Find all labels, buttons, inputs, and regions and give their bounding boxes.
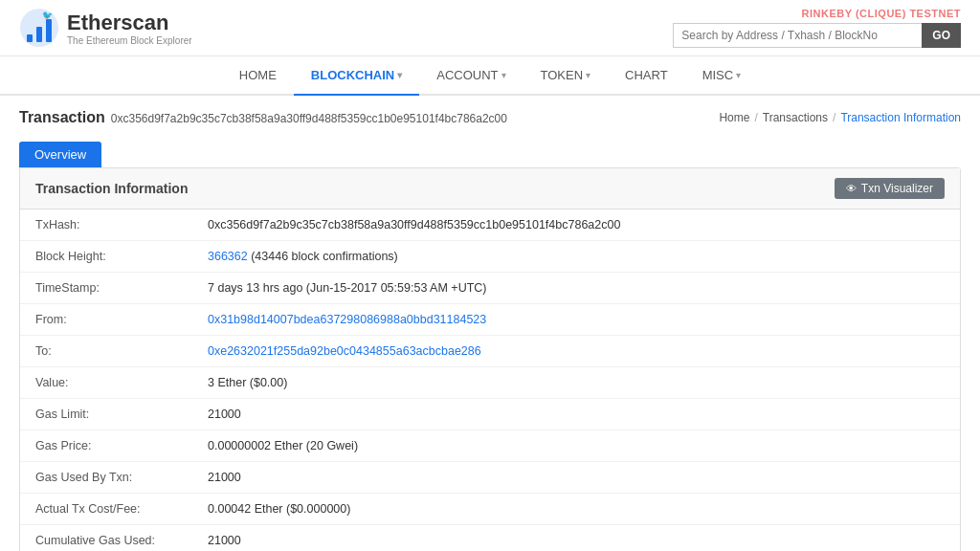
txn-visualizer-button[interactable]: 👁 Txn Visualizer — [835, 178, 945, 199]
table-row: TimeStamp: 7 days 13 hrs ago (Jun-15-201… — [20, 273, 960, 304]
page-header: Transaction 0xc356d9f7a2b9c35c7cb38f58a9… — [0, 96, 980, 132]
token-chevron-icon: ▾ — [586, 70, 590, 80]
actual-cost-label: Actual Tx Cost/Fee: — [20, 494, 192, 525]
header-right: RINKEBY (CLIQUE) TESTNET GO — [673, 8, 961, 48]
breadcrumb-sep-1: / — [754, 111, 757, 124]
from-address-link[interactable]: 0x31b98d14007bdea637298086988a0bbd311845… — [208, 313, 486, 326]
table-row: From: 0x31b98d14007bdea637298086988a0bbd… — [20, 304, 960, 336]
nav-item-chart[interactable]: CHART — [608, 56, 685, 96]
nav-item-token[interactable]: TOKEN ▾ — [523, 56, 609, 96]
block-height-value: 366362 (43446 block confirmations) — [192, 241, 960, 273]
tab-bar: Overview — [19, 142, 961, 167]
table-row: Actual Tx Cost/Fee: 0.00042 Ether ($0.00… — [20, 494, 960, 525]
table-row: TxHash: 0xc356d9f7a2b9c35c7cb38f58a9a30f… — [20, 209, 960, 241]
breadcrumb-home[interactable]: Home — [719, 111, 749, 124]
gas-used-label: Gas Used By Txn: — [20, 462, 192, 494]
gas-price-value: 0.00000002 Ether (20 Gwei) — [192, 430, 960, 462]
table-row: Gas Used By Txn: 21000 — [20, 462, 960, 494]
gas-price-label: Gas Price: — [20, 430, 192, 462]
breadcrumb: Home / Transactions / Transaction Inform… — [719, 111, 961, 124]
breadcrumb-current: Transaction Information — [840, 111, 961, 124]
blockchain-chevron-icon: ▾ — [397, 70, 402, 80]
search-button[interactable]: GO — [922, 23, 961, 48]
to-address-link[interactable]: 0xe2632021f255da92be0c0434855a63acbcbae2… — [208, 344, 481, 358]
table-row: Gas Price: 0.00000002 Ether (20 Gwei) — [20, 430, 960, 462]
nav-item-home[interactable]: HOME — [222, 56, 294, 96]
to-value: 0xe2632021f255da92be0c0434855a63acbcbae2… — [192, 336, 960, 367]
table-row: Block Height: 366362 (43446 block confir… — [20, 241, 960, 273]
txhash-value: 0xc356d9f7a2b9c35c7cb38f58a9a30ff9d488f5… — [192, 209, 960, 241]
logo-subtitle: The Ethereum Block Explorer — [67, 35, 192, 46]
nav-item-blockchain[interactable]: BLOCKCHAIN ▾ — [294, 56, 419, 96]
svg-rect-3 — [46, 19, 52, 42]
block-height-link[interactable]: 366362 — [208, 250, 248, 263]
logo-area: 🐦 Etherscan The Ethereum Block Explorer — [19, 8, 192, 48]
transaction-card: Transaction Information 👁 Txn Visualizer… — [19, 167, 961, 551]
value-value: 3 Ether ($0.00) — [192, 367, 960, 399]
search-row: GO — [673, 23, 961, 48]
cumulative-gas-value: 21000 — [192, 525, 960, 552]
header: 🐦 Etherscan The Ethereum Block Explorer … — [0, 0, 980, 56]
logo-title: Etherscan — [67, 11, 192, 35]
content-area: Overview Transaction Information 👁 Txn V… — [0, 132, 980, 551]
gas-used-value: 21000 — [192, 462, 960, 494]
page-title: Transaction — [19, 109, 105, 126]
table-row: To: 0xe2632021f255da92be0c0434855a63acbc… — [20, 336, 960, 367]
gas-limit-label: Gas Limit: — [20, 399, 192, 430]
block-confirmations: (43446 block confirmations) — [251, 250, 398, 263]
search-input[interactable] — [673, 23, 922, 48]
transaction-info-table: TxHash: 0xc356d9f7a2b9c35c7cb38f58a9a30f… — [20, 209, 960, 551]
svg-text:🐦: 🐦 — [42, 10, 54, 21]
testnet-badge: RINKEBY (CLIQUE) TESTNET — [802, 8, 961, 19]
eye-icon: 👁 — [846, 183, 857, 194]
breadcrumb-transactions[interactable]: Transactions — [763, 111, 828, 124]
from-value: 0x31b98d14007bdea637298086988a0bbd311845… — [192, 304, 960, 336]
nav-item-misc[interactable]: MISC ▾ — [685, 56, 759, 96]
misc-chevron-icon: ▾ — [736, 70, 741, 80]
gas-limit-value: 21000 — [192, 399, 960, 430]
actual-cost-value: 0.00042 Ether ($0.000000) — [192, 494, 960, 525]
timestamp-label: TimeStamp: — [20, 273, 192, 304]
timestamp-value: 7 days 13 hrs ago (Jun-15-2017 05:59:53 … — [192, 273, 960, 304]
block-height-label: Block Height: — [20, 241, 192, 273]
logo-text-area: Etherscan The Ethereum Block Explorer — [67, 11, 192, 46]
txhash-label: TxHash: — [20, 209, 192, 241]
nav-item-account[interactable]: ACCOUNT ▾ — [419, 56, 523, 96]
svg-rect-1 — [27, 34, 33, 42]
etherscan-logo-icon: 🐦 — [19, 8, 59, 48]
tab-overview[interactable]: Overview — [19, 142, 101, 167]
card-title: Transaction Information — [35, 181, 188, 196]
from-label: From: — [20, 304, 192, 336]
svg-rect-2 — [36, 27, 42, 42]
table-row: Cumulative Gas Used: 21000 — [20, 525, 960, 552]
cumulative-gas-label: Cumulative Gas Used: — [20, 525, 192, 552]
to-label: To: — [20, 336, 192, 367]
card-header: Transaction Information 👁 Txn Visualizer — [20, 168, 960, 209]
value-label: Value: — [20, 367, 192, 399]
account-chevron-icon: ▾ — [501, 70, 506, 80]
table-row: Value: 3 Ether ($0.00) — [20, 367, 960, 399]
main-nav: HOME BLOCKCHAIN ▾ ACCOUNT ▾ TOKEN ▾ CHAR… — [0, 56, 980, 96]
breadcrumb-sep-2: / — [833, 111, 835, 124]
page-title-area: Transaction 0xc356d9f7a2b9c35c7cb38f58a9… — [19, 109, 507, 126]
table-row: Gas Limit: 21000 — [20, 399, 960, 430]
page-hash: 0xc356d9f7a2b9c35c7cb38f58a9a30ff9d488f5… — [111, 112, 507, 125]
